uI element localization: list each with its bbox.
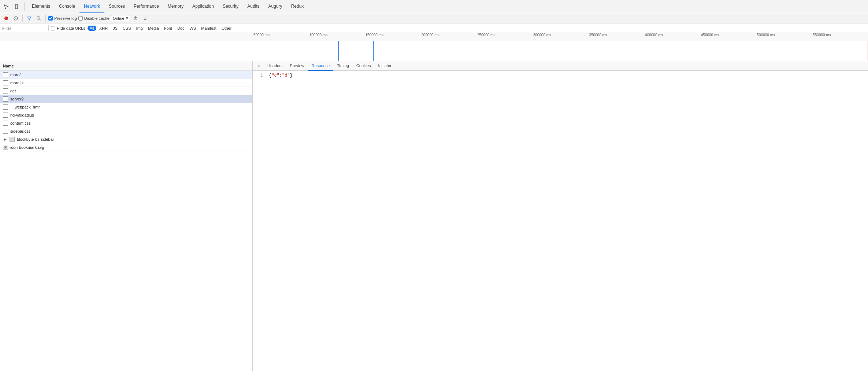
svg-point-2 <box>4 16 8 20</box>
import-export-group <box>131 14 149 22</box>
clear-button[interactable] <box>12 14 20 22</box>
hide-data-urls-text: Hide data URLs <box>57 26 85 30</box>
hide-data-urls-checkbox[interactable] <box>51 26 55 30</box>
tab-application[interactable]: Application <box>188 0 218 13</box>
response-content: 1 {"c":"d"} <box>253 71 868 371</box>
tab-console[interactable]: Console <box>55 0 79 13</box>
timeline-tick-6: 350000 ms <box>588 33 607 37</box>
file-icon <box>3 80 8 85</box>
timeline-tick-0: 50000 ms <box>253 33 270 37</box>
detail-tab-cookies[interactable]: Cookies <box>353 61 375 71</box>
response-line-1: 1 {"c":"d"} <box>256 73 865 78</box>
filter-btn-font[interactable]: Font <box>162 26 174 31</box>
filter-icon-btn[interactable] <box>25 14 33 22</box>
file-icon <box>3 113 8 118</box>
filter-btn-js[interactable]: JS <box>111 26 120 31</box>
tab-performance[interactable]: Performance <box>129 0 163 13</box>
name-row-server2[interactable]: server2 <box>0 95 252 103</box>
tab-elements[interactable]: Elements <box>27 0 55 13</box>
svg-line-6 <box>40 19 41 20</box>
timeline-chart <box>0 41 868 61</box>
main-content: Name more/more.jsgetserver2__webpack_hmr… <box>0 61 868 371</box>
filter-btn-xhr[interactable]: XHR <box>97 26 110 31</box>
disable-cache-checkbox[interactable] <box>78 16 83 21</box>
detail-tab-preview[interactable]: Preview <box>286 61 308 71</box>
detail-tab-initiator[interactable]: Initiator <box>375 61 395 71</box>
timeline-tick-10: 550000 ms <box>812 33 831 37</box>
cursor-icon[interactable] <box>1 2 11 11</box>
filter-btn-css[interactable]: CSS <box>120 26 133 31</box>
timeline-tick-9: 500000 ms <box>756 33 775 37</box>
timeline-tick-4: 250000 ms <box>476 33 495 37</box>
filter-btn-all[interactable]: All <box>88 26 96 31</box>
network-throttle-select[interactable]: Online ▾ <box>111 15 130 21</box>
filter-input[interactable] <box>2 26 46 30</box>
filter-btn-img[interactable]: Img <box>134 26 145 31</box>
mobile-icon[interactable] <box>12 2 21 11</box>
name-row-get[interactable]: get <box>0 87 252 95</box>
search-icon-btn[interactable] <box>35 14 43 22</box>
upload-button[interactable] <box>131 14 140 22</box>
name-row-blockbyte-bs-sidebar[interactable]: ▶blockbyte-bs-sidebar <box>0 135 252 143</box>
name-row-sidebar-css[interactable]: sidebar.css <box>0 127 252 135</box>
name-row-more-js[interactable]: more.js <box>0 79 252 87</box>
close-detail-button[interactable]: × <box>255 62 262 70</box>
line-number: 1 <box>256 73 263 78</box>
filter-btn-doc[interactable]: Doc <box>175 26 187 31</box>
record-button[interactable] <box>2 14 10 22</box>
filter-type-buttons: AllXHRJSCSSImgMediaFontDocWSManifestOthe… <box>88 26 234 31</box>
tab-list: ElementsConsoleNetworkSourcesPerformance… <box>27 0 308 13</box>
name-row-more-[interactable]: more/ <box>0 71 252 79</box>
hide-data-urls-label[interactable]: Hide data URLs <box>51 26 85 30</box>
name-list: more/more.jsgetserver2__webpack_hmrng-va… <box>0 71 252 151</box>
timeline-tick-7: 400000 ms <box>644 33 663 37</box>
file-name: more/ <box>10 73 21 77</box>
timeline-tick-5: 300000 ms <box>533 33 551 37</box>
filter-btn-other[interactable]: Other <box>219 26 234 31</box>
online-label: Online <box>113 16 125 21</box>
name-row-icon-bookmark-svg[interactable]: ▣icon-bookmark.svg <box>0 143 252 151</box>
expand-arrow-icon: ▶ <box>3 137 7 142</box>
disable-cache-label[interactable]: Disable cache <box>78 16 110 21</box>
timeline-tick-8: 450000 ms <box>700 33 719 37</box>
disable-cache-text: Disable cache <box>84 16 110 21</box>
file-icon <box>3 72 8 77</box>
detail-tab-timing[interactable]: Timing <box>333 61 353 71</box>
separator <box>22 15 23 22</box>
tab-network[interactable]: Network <box>79 0 104 13</box>
name-row-content-css[interactable]: content.css <box>0 119 252 127</box>
name-row---webpack-hmr[interactable]: __webpack_hmr <box>0 103 252 111</box>
preserve-log-checkbox[interactable] <box>48 16 53 21</box>
name-panel: Name more/more.jsgetserver2__webpack_hmr… <box>0 61 253 371</box>
file-icon <box>3 121 8 126</box>
filter-btn-ws[interactable]: WS <box>187 26 198 31</box>
tab-sources[interactable]: Sources <box>104 0 129 13</box>
file-icon <box>3 129 8 134</box>
tab-augury[interactable]: Augury <box>264 0 287 13</box>
response-text: {"c":"d"} <box>269 73 293 78</box>
filter-btn-media[interactable]: Media <box>146 26 161 31</box>
tab-memory[interactable]: Memory <box>163 0 188 13</box>
file-name: server2 <box>10 97 24 101</box>
top-tab-bar: ElementsConsoleNetworkSourcesPerformance… <box>0 0 868 13</box>
detail-tab-headers[interactable]: Headers <box>264 61 286 71</box>
svg-rect-1 <box>16 8 17 8</box>
svg-point-5 <box>37 16 40 19</box>
timeline-marker-blue1 <box>338 41 339 61</box>
name-row-ng-validate-js[interactable]: ng-validate.js <box>0 111 252 119</box>
tab-audits[interactable]: Audits <box>243 0 264 13</box>
download-button[interactable] <box>141 14 149 22</box>
devtools-icon-group <box>1 2 25 11</box>
filter-btn-manifest[interactable]: Manifest <box>199 26 219 31</box>
tab-security[interactable]: Security <box>218 0 243 13</box>
name-column-header: Name <box>0 61 252 71</box>
right-panel: × HeadersPreviewResponseTimingCookiesIni… <box>253 61 868 371</box>
svg-line-4 <box>15 17 17 19</box>
tab-redux[interactable]: Redux <box>287 0 308 13</box>
preserve-log-label[interactable]: Preserve log <box>48 16 77 21</box>
timeline-header: 50000 ms100000 ms150000 ms200000 ms25000… <box>0 33 868 41</box>
preserve-log-text: Preserve log <box>54 16 77 21</box>
file-name: content.css <box>10 121 31 125</box>
timeline-tick-1: 100000 ms <box>309 33 327 37</box>
detail-tab-response[interactable]: Response <box>308 61 334 71</box>
